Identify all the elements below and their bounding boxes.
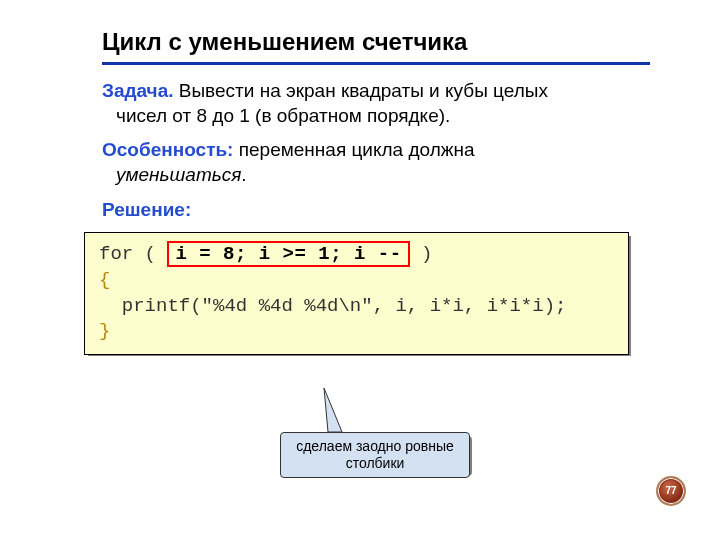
- slide-title: Цикл с уменьшением счетчика: [102, 28, 650, 65]
- feature-text-1: переменная цикла должна: [233, 139, 474, 160]
- solution-label: Решение:: [102, 198, 650, 223]
- code-line-3: printf("%4d %4d %4d\n", i, i*i, i*i*i);: [99, 294, 614, 320]
- code-line-1: for ( i = 8; i >= 1; i -- ): [99, 242, 614, 268]
- code-block: for ( i = 8; i >= 1; i -- ) { printf("%4…: [84, 232, 629, 355]
- feature-label: Особенность:: [102, 139, 233, 160]
- callout-line-2: столбики: [287, 455, 463, 472]
- task-text-1: Вывести на экран квадраты и кубы целых: [174, 80, 548, 101]
- code-block-container: for ( i = 8; i >= 1; i -- ) { printf("%4…: [84, 232, 650, 355]
- callout-line-1: сделаем заодно ровные: [287, 438, 463, 455]
- feature-paragraph: Особенность: переменная цикла должна уме…: [102, 138, 650, 187]
- callout-container: сделаем заодно ровные столбики: [280, 432, 470, 478]
- code-line-2: {: [99, 268, 614, 294]
- page-number-badge: 77: [656, 476, 686, 506]
- feature-text-2: уменьшаться.: [102, 163, 650, 188]
- code-line-4: }: [99, 319, 614, 345]
- task-label: Задача.: [102, 80, 174, 101]
- task-text-2: чисел от 8 до 1 (в обратном порядке).: [102, 104, 650, 129]
- task-paragraph: Задача. Вывести на экран квадраты и кубы…: [102, 79, 650, 128]
- callout-box: сделаем заодно ровные столбики: [280, 432, 470, 478]
- loop-header-highlight: i = 8; i >= 1; i --: [167, 241, 409, 267]
- svg-marker-0: [324, 388, 342, 432]
